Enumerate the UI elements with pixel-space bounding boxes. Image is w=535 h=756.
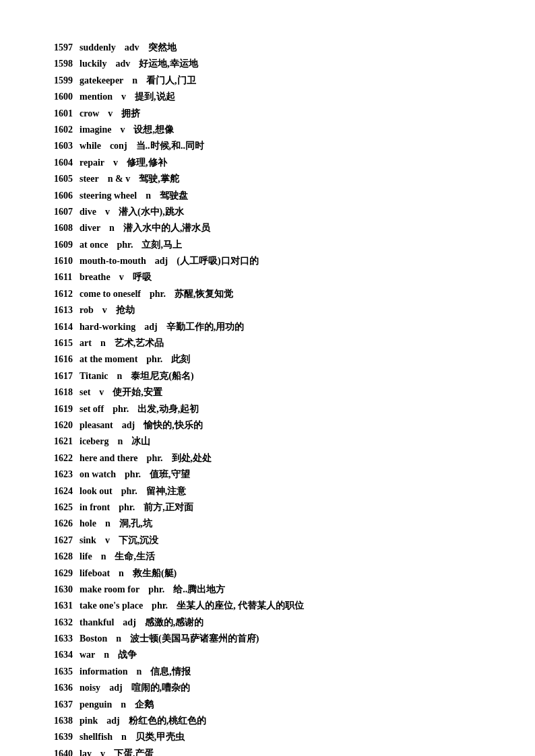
entry-pos: phr. (142, 451, 163, 466)
entry-number: 1612 (54, 287, 80, 302)
entry-definition: 洞,孔,坑 (115, 516, 152, 531)
entry-pos: v (115, 123, 125, 137)
entry-word: gatekeeper (80, 73, 123, 88)
entry-pos: n (99, 648, 109, 662)
list-item: 1618set v 使开始,安置 (54, 385, 481, 400)
entry-definition: 使开始,安置 (108, 385, 162, 400)
list-item: 1619set off phr. 出发,动身,起初 (54, 402, 481, 417)
entry-number: 1601 (54, 106, 80, 121)
list-item: 1609at once phr. 立刻,马上 (54, 238, 481, 252)
entry-word: diver (80, 221, 100, 236)
entry-number: 1619 (54, 402, 80, 417)
entry-word: lay (80, 747, 92, 756)
entry-pos: v (108, 156, 118, 170)
list-item: 1598luckily adv 好运地,幸运地 (54, 57, 481, 71)
list-item: 1606steering wheel n 驾驶盘 (54, 188, 481, 203)
list-item: 1600mention v 提到,说起 (54, 90, 481, 104)
list-item: 1601crow v 拥挤 (54, 106, 481, 121)
entry-word: at the moment (80, 352, 137, 367)
list-item: 1611breathe v 呼吸 (54, 270, 481, 285)
entry-word: set off (80, 402, 104, 417)
entry-number: 1605 (54, 172, 80, 186)
entry-definition: 生命,生活 (110, 549, 155, 564)
entry-word: hole (80, 516, 96, 531)
entry-pos: adv (111, 57, 130, 71)
entry-pos: adv (120, 40, 139, 55)
entry-definition: 到处,处处 (167, 451, 212, 466)
entry-definition: 信息,情报 (146, 664, 191, 679)
entry-word: penguin (80, 697, 112, 712)
entry-pos: adj (139, 320, 157, 335)
entry-word: iceberg (80, 434, 109, 449)
entry-pos: n (127, 73, 137, 88)
entry-definition: 坐某人的座位, 代替某人的职位 (172, 598, 304, 613)
entry-pos: phr. (145, 287, 166, 302)
list-item: 1607dive v 潜入(水中),跳水 (54, 205, 481, 219)
entry-definition: 泰坦尼克(船名) (126, 369, 193, 384)
entry-number: 1636 (54, 681, 80, 695)
entry-word: shellfish (80, 730, 113, 745)
list-item: 1634war n 战争 (54, 648, 481, 662)
entry-number: 1620 (54, 418, 80, 433)
entry-number: 1615 (54, 336, 80, 351)
entry-definition: 看门人,门卫 (141, 73, 196, 88)
entry-definition: 艺术,艺术品 (110, 336, 164, 351)
entry-word: look out (80, 484, 113, 499)
list-item: 1608diver n 潜入水中的人,潜水员 (54, 221, 481, 236)
entry-number: 1618 (54, 385, 80, 400)
entry-word: make room for (80, 582, 139, 597)
entry-number: 1611 (54, 270, 80, 285)
entry-pos: v (103, 106, 113, 121)
entry-definition: 冰山 (127, 434, 150, 449)
entry-word: set (80, 385, 90, 400)
entry-number: 1638 (54, 714, 80, 728)
entry-number: 1597 (54, 40, 80, 55)
entry-pos: n (100, 516, 111, 531)
entry-pos: phr. (114, 500, 135, 515)
entry-number: 1630 (54, 582, 80, 597)
list-item: 1604repair v 修理,修补 (54, 156, 481, 170)
entry-word: pink (80, 714, 98, 728)
entry-definition: 感激的,感谢的 (140, 615, 204, 630)
entry-definition: 粉红色的,桃红色的 (124, 714, 207, 728)
entry-pos: n (104, 221, 115, 236)
entry-number: 1613 (54, 303, 80, 318)
entry-number: 1602 (54, 123, 80, 137)
entry-pos: n (111, 631, 121, 646)
list-item: 1603while conj 当..时候,和..同时 (54, 139, 481, 153)
entry-definition: 波士顿(美国马萨诸塞州的首府) (125, 631, 259, 646)
entry-word: luckily (80, 57, 106, 71)
entry-pos: adj (102, 714, 119, 728)
entry-number: 1628 (54, 549, 80, 564)
entry-word: take one's place (80, 598, 143, 613)
entry-definition: 前方,正对面 (139, 500, 193, 515)
entry-definition: 战争 (113, 648, 137, 662)
entry-definition: 愉快的,快乐的 (139, 418, 203, 433)
entry-word: Titanic (80, 369, 108, 384)
entry-number: 1617 (54, 369, 80, 384)
entry-number: 1598 (54, 57, 80, 71)
entry-number: 1623 (54, 467, 80, 482)
entry-number: 1622 (54, 451, 80, 466)
list-item: 1605steer n & v 驾驶,掌舵 (54, 172, 481, 186)
entry-word: steering wheel (80, 188, 137, 203)
entry-definition: 潜入(水中),跳水 (114, 205, 184, 219)
entry-definition: 潜入水中的人,潜水员 (119, 221, 211, 236)
list-item: 1626hole n 洞,孔,坑 (54, 516, 481, 531)
entry-definition: 拥挤 (117, 106, 140, 121)
entry-definition: 提到,说起 (130, 90, 175, 104)
entry-pos: n (96, 549, 106, 564)
list-item: 1637penguin n 企鹅 (54, 697, 481, 712)
list-item: 1636noisy adj 喧闹的,嘈杂的 (54, 681, 481, 695)
entry-pos: n (117, 730, 127, 745)
entry-definition: 苏醒,恢复知觉 (170, 287, 234, 302)
entry-pos: n (113, 434, 123, 449)
entry-definition: 值班,守望 (145, 467, 190, 482)
list-item: 1640lay v 下蛋,产蛋 (54, 747, 481, 756)
entry-definition: 救生船(艇) (128, 566, 177, 581)
entry-definition: 辛勤工作的,用功的 (162, 320, 245, 335)
entry-definition: 呼吸 (128, 270, 152, 285)
entry-word: hard-working (80, 320, 135, 335)
entry-word: Boston (80, 631, 107, 646)
entry-word: mouth-to-mouth (80, 254, 146, 269)
